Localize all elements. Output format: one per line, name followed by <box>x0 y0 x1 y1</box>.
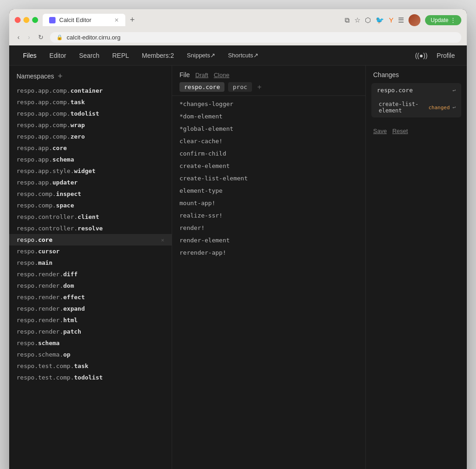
twitter-icon[interactable]: 🐦 <box>375 16 384 24</box>
changes-card: respo.core ↩ create-list-element changed… <box>371 83 461 117</box>
tab-proc[interactable]: proc <box>228 82 252 92</box>
list-item[interactable]: respo.render.dom ✕ <box>9 280 172 291</box>
nav-item-files[interactable]: Files <box>17 45 43 66</box>
forward-button[interactable]: › <box>25 32 33 43</box>
bookmark-icon[interactable]: ☆ <box>354 16 360 24</box>
list-item[interactable]: *global-element ✕ <box>172 123 365 135</box>
function-name: realize-ssr! <box>179 212 355 219</box>
list-item[interactable]: element-type ✕ <box>172 184 365 197</box>
list-item[interactable]: confirm-child ✕ <box>172 147 365 160</box>
reload-button[interactable]: ↻ <box>35 32 46 43</box>
list-item[interactable]: respo.schema ✕ <box>9 337 172 349</box>
close-icon[interactable]: ✕ <box>161 237 164 243</box>
list-item[interactable]: respo.app.core ✕ <box>9 142 172 154</box>
list-item[interactable]: respo.app.comp.todolist ✕ <box>9 108 172 119</box>
close-window-dot[interactable] <box>15 17 21 23</box>
changes-namespace-row[interactable]: respo.core ↩ <box>371 83 461 97</box>
nav-item-members[interactable]: Members:2 <box>135 45 180 66</box>
list-item[interactable]: respo.core ✕ <box>9 234 172 246</box>
list-item[interactable]: respo.app.style.widget ✕ <box>9 165 172 177</box>
changes-title: Changes <box>366 66 467 83</box>
list-item[interactable]: respo.app.comp.wrap ✕ <box>9 119 172 131</box>
screenshot-icon[interactable]: ⬡ <box>365 16 371 24</box>
undo-fn-icon[interactable]: ↩ <box>453 104 456 111</box>
undo-ns-icon[interactable]: ↩ <box>453 87 456 94</box>
list-item[interactable]: render! ✕ <box>172 222 365 234</box>
hn-icon[interactable]: Y <box>389 16 393 24</box>
address-bar[interactable]: 🔒 calcit-editor.cirru.org <box>50 32 461 43</box>
ns-text: respo.test.comp.task <box>17 363 157 369</box>
list-item[interactable]: mount-app! ✕ <box>172 197 365 209</box>
nav-profile-link[interactable]: Profile <box>432 52 459 59</box>
list-item[interactable]: respo.render.effect ✕ <box>9 291 172 303</box>
main-layout: Namespaces + respo.app.comp.container ✕ … <box>9 66 467 469</box>
list-item[interactable]: realize-ssr! ✕ <box>172 209 365 222</box>
back-button[interactable]: ‹ <box>15 32 22 43</box>
list-item[interactable]: *dom-element ✕ <box>172 110 365 123</box>
save-button[interactable]: Save <box>373 128 387 134</box>
list-item[interactable]: render-element ✕ <box>172 234 365 246</box>
list-item[interactable]: respo.cursor ✕ <box>9 246 172 257</box>
ns-text: respo.render.patch <box>17 328 157 335</box>
list-item[interactable]: rerender-app! ✕ <box>172 246 365 259</box>
list-item[interactable]: respo.controller.client ✕ <box>9 211 172 223</box>
maximize-window-dot[interactable] <box>32 17 38 23</box>
chrome-nav: ‹ › ↻ 🔒 calcit-editor.cirru.org <box>15 30 461 45</box>
avatar[interactable] <box>409 14 420 26</box>
menu-icon[interactable]: ☰ <box>398 16 404 24</box>
function-name: *dom-element <box>179 113 355 120</box>
draft-link[interactable]: Draft <box>196 72 208 78</box>
nav-item-search[interactable]: Search <box>73 45 106 66</box>
list-item[interactable]: create-element ✕ <box>172 160 365 172</box>
list-item[interactable]: respo.test.comp.todolist ✕ <box>9 372 172 383</box>
list-item[interactable]: respo.app.updater ✕ <box>9 177 172 188</box>
ns-text: respo.app.style.widget <box>17 168 157 174</box>
add-tab-button[interactable]: + <box>256 83 263 91</box>
nav-item-shortcuts[interactable]: Shortcuts↗ <box>222 45 265 66</box>
list-item[interactable]: respo.app.comp.container ✕ <box>9 85 172 96</box>
nav-item-repl[interactable]: REPL <box>106 45 136 66</box>
list-item[interactable]: respo.comp.space ✕ <box>9 200 172 211</box>
list-item[interactable]: respo.comp.inspect ✕ <box>9 188 172 200</box>
ns-text: respo.comp.inspect <box>17 190 157 197</box>
function-name: *global-element <box>179 125 355 132</box>
changes-function-row[interactable]: create-list-element changed ↩ <box>371 97 461 117</box>
nav-item-editor[interactable]: Editor <box>43 45 73 66</box>
tab-favicon <box>49 17 56 23</box>
function-name: render! <box>179 224 355 231</box>
ns-text: respo.test.comp.todolist <box>17 374 157 381</box>
function-name: render-element <box>179 237 355 244</box>
changed-badge: changed <box>428 105 449 111</box>
list-item[interactable]: respo.app.schema ✕ <box>9 154 172 165</box>
reset-button[interactable]: Reset <box>392 128 408 134</box>
list-item[interactable]: respo.render.html ✕ <box>9 314 172 326</box>
list-item[interactable]: respo.app.comp.zero ✕ <box>9 131 172 142</box>
list-item[interactable]: respo.schema.op ✕ <box>9 349 172 360</box>
clone-link[interactable]: Clone <box>214 72 230 78</box>
minimize-window-dot[interactable] <box>23 17 29 23</box>
list-item[interactable]: respo.render.expand ✕ <box>9 303 172 314</box>
browser-tab[interactable]: Calcit Editor ✕ <box>43 14 125 26</box>
list-item[interactable]: *changes-logger ✕ <box>172 98 365 110</box>
changes-function-name: create-list-element <box>379 101 428 114</box>
tab-label: proc <box>233 84 247 90</box>
tab-close-button[interactable]: ✕ <box>114 17 119 23</box>
nav-item-snippets[interactable]: Snippets↗ <box>180 45 222 66</box>
list-item[interactable]: respo.app.comp.task ✕ <box>9 96 172 108</box>
list-item[interactable]: respo.test.comp.task ✕ <box>9 360 172 372</box>
new-tab-button[interactable]: + <box>127 15 138 25</box>
list-item[interactable]: create-list-element ✕ <box>172 172 365 184</box>
file-label: File <box>179 71 190 78</box>
add-namespace-button[interactable]: + <box>58 72 63 80</box>
function-name: create-list-element <box>179 175 355 182</box>
list-item[interactable]: respo.main ✕ <box>9 257 172 268</box>
nav-buttons: ‹ › ↻ <box>15 32 46 43</box>
tab-respo-core[interactable]: respo.core <box>179 82 224 92</box>
list-item[interactable]: clear-cache! ✕ <box>172 135 365 147</box>
cast-icon[interactable]: ⧉ <box>345 16 350 24</box>
list-item[interactable]: respo.render.diff ✕ <box>9 268 172 280</box>
update-button[interactable]: Update ⋮ <box>425 15 461 25</box>
list-item[interactable]: respo.render.patch ✕ <box>9 326 172 337</box>
list-item[interactable]: respo.controller.resolve ✕ <box>9 223 172 234</box>
ns-text: respo.app.comp.todolist <box>17 110 157 117</box>
